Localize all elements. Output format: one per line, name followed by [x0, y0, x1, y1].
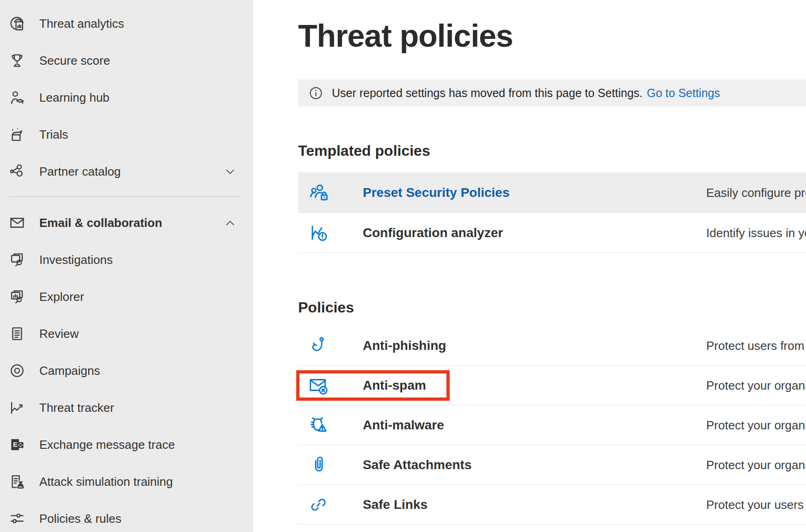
- row-description: Protect your organiz: [706, 458, 806, 472]
- sidebar-item-explorer[interactable]: Explorer: [0, 278, 253, 315]
- main-content: Threat policies User reported settings h…: [298, 0, 806, 532]
- row-anti-phishing[interactable]: Anti-phishing Protect users from p: [298, 326, 806, 366]
- left-navigation-sidebar: Threat analytics Secure score Learning h…: [0, 0, 253, 532]
- threat-tracker-chart-icon: [8, 398, 26, 417]
- sidebar-item-label: Secure score: [39, 54, 110, 68]
- sidebar-divider: [9, 196, 240, 197]
- sidebar-item-campaigns[interactable]: Campaigns: [0, 352, 253, 389]
- policies-list: Anti-phishing Protect users from p Anti-…: [298, 326, 806, 525]
- sidebar-item-label: Campaigns: [39, 364, 100, 378]
- sidebar-item-investigations[interactable]: Investigations: [0, 241, 253, 278]
- sidebar-item-threat-tracker[interactable]: Threat tracker: [0, 389, 253, 426]
- row-preset-security-policies[interactable]: Preset Security Policies Easily configur…: [298, 172, 806, 213]
- anti-phishing-hook-icon: [308, 335, 329, 356]
- row-safe-attachments[interactable]: Safe Attachments Protect your organiz: [298, 445, 806, 485]
- explorer-icon: [8, 287, 26, 306]
- sidebar-item-exchange-message-trace[interactable]: E Exchange message trace: [0, 426, 253, 463]
- chevron-down-icon[interactable]: [224, 165, 236, 177]
- row-description: Identify issues in you: [706, 226, 806, 240]
- trials-icon: [8, 125, 26, 144]
- sidebar-item-secure-score[interactable]: Secure score: [0, 42, 253, 79]
- sidebar-item-label: Learning hub: [39, 91, 110, 105]
- sidebar-item-trials[interactable]: Trials: [0, 116, 253, 153]
- row-label[interactable]: Safe Attachments: [363, 458, 471, 472]
- sidebar-item-label: Investigations: [39, 253, 113, 267]
- info-icon: [309, 86, 323, 100]
- threat-analytics-icon: [8, 14, 26, 33]
- row-description: Protect your users fr: [706, 497, 806, 512]
- row-description: Protect your organiz: [706, 418, 806, 432]
- configuration-analyzer-icon: [308, 222, 329, 244]
- policies-heading: Policies: [298, 298, 806, 317]
- sidebar-item-attack-simulation-training[interactable]: Attack simulation training: [0, 463, 253, 500]
- templated-policies-list: Preset Security Policies Easily configur…: [298, 172, 806, 253]
- sidebar-item-label: Explorer: [39, 290, 84, 304]
- email-collaboration-icon: [8, 214, 26, 232]
- banner-message: User reported settings has moved from th…: [332, 86, 643, 100]
- go-to-settings-link[interactable]: Go to Settings: [647, 86, 720, 100]
- sidebar-item-label: Threat analytics: [39, 17, 124, 31]
- row-description: Easily configure prot: [706, 186, 806, 200]
- sidebar-item-label: Trials: [39, 128, 68, 142]
- chevron-up-icon[interactable]: [224, 217, 236, 229]
- sidebar-item-review[interactable]: Review: [0, 315, 253, 352]
- sidebar-item-threat-analytics[interactable]: Threat analytics: [0, 5, 253, 42]
- svg-text:E: E: [13, 440, 18, 448]
- row-configuration-analyzer[interactable]: Configuration analyzer Identify issues i…: [298, 213, 806, 253]
- sidebar-item-label: Email & collaboration: [39, 216, 162, 230]
- safe-attachments-paperclip-icon: [308, 454, 329, 476]
- row-label[interactable]: Configuration analyzer: [363, 226, 503, 240]
- preset-security-policies-icon: [308, 182, 329, 203]
- exchange-icon: E: [8, 435, 26, 454]
- page-title: Threat policies: [298, 17, 806, 55]
- sidebar-item-label: Threat tracker: [39, 401, 114, 415]
- sidebar-item-partner-catalog[interactable]: Partner catalog: [0, 153, 253, 190]
- safe-links-chain-icon: [308, 494, 329, 515]
- secure-score-trophy-icon: [8, 51, 26, 70]
- investigations-icon: [8, 251, 26, 269]
- sidebar-item-label: Exchange message trace: [39, 438, 175, 452]
- partner-catalog-icon: [8, 162, 26, 181]
- sidebar-item-label: Attack simulation training: [39, 475, 173, 489]
- row-label[interactable]: Anti-spam: [363, 378, 426, 393]
- row-anti-malware[interactable]: Anti-malware Protect your organiz: [298, 405, 806, 445]
- row-label[interactable]: Anti-phishing: [363, 338, 446, 353]
- row-label[interactable]: Preset Security Policies: [363, 185, 510, 200]
- row-safe-links[interactable]: Safe Links Protect your users fr: [298, 485, 806, 525]
- row-description: Protect your organiz: [706, 378, 806, 392]
- info-banner: User reported settings has moved from th…: [298, 79, 806, 106]
- row-label[interactable]: Safe Links: [363, 497, 427, 512]
- templated-policies-heading: Templated policies: [298, 141, 806, 160]
- row-label[interactable]: Anti-malware: [363, 418, 444, 433]
- anti-malware-bug-icon: [308, 415, 329, 436]
- sidebar-item-email-collaboration[interactable]: Email & collaboration: [0, 204, 253, 241]
- sidebar-item-label: Policies & rules: [39, 512, 122, 526]
- sidebar-item-label: Review: [39, 327, 79, 341]
- row-anti-spam[interactable]: Anti-spam Protect your organiz: [298, 366, 806, 405]
- learning-hub-icon: [8, 88, 26, 107]
- anti-spam-icon: [308, 375, 329, 396]
- review-icon: [8, 324, 26, 343]
- sidebar-item-policies-rules[interactable]: Policies & rules: [0, 500, 253, 532]
- sidebar-item-label: Partner catalog: [39, 165, 121, 179]
- policies-rules-sliders-icon: [8, 509, 26, 528]
- campaigns-bullseye-icon: [8, 361, 26, 380]
- sidebar-item-learning-hub[interactable]: Learning hub: [0, 79, 253, 116]
- attack-simulation-icon: [8, 472, 26, 491]
- row-description: Protect users from p: [706, 338, 806, 353]
